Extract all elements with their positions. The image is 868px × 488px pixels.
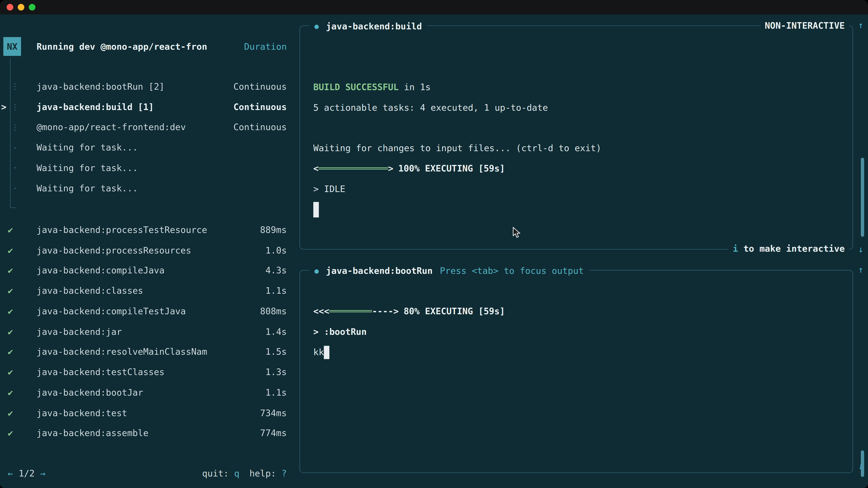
task-row-waiting[interactable]: · Waiting for task...	[0, 137, 287, 158]
task-label: java-backend:jar	[37, 326, 266, 337]
scrollbar-thumb[interactable]	[861, 158, 864, 237]
task-label: java-backend:assemble	[37, 428, 260, 438]
duration-column-header: Duration	[244, 41, 287, 52]
checkmark-icon: ✔	[0, 408, 37, 418]
task-row-completed[interactable]: ✔ java-backend:jar 1.4s	[0, 321, 287, 341]
task-duration: 734ms	[260, 408, 287, 418]
quit-hint: quit: q	[202, 468, 239, 479]
task-row-waiting[interactable]: · Waiting for task...	[0, 178, 287, 198]
checkmark-icon: ✔	[0, 225, 37, 235]
waiting-bullet-icon: ·	[11, 143, 19, 152]
progress-dashes: ----	[372, 306, 393, 317]
task-duration: 1.1s	[266, 387, 287, 398]
checkmark-icon: ✔	[0, 347, 37, 357]
task-status: Continuous	[234, 81, 287, 92]
help-label: help:	[249, 468, 281, 479]
progress-close: >	[388, 163, 393, 174]
task-label: Waiting for task...	[37, 163, 287, 173]
scrollbar-thumb[interactable]	[861, 450, 864, 477]
progress-close: >	[393, 306, 399, 317]
progress-label: 80% EXECUTING [59s]	[404, 306, 505, 317]
task-row-completed[interactable]: ✔ java-backend:assemble 774ms	[0, 423, 287, 443]
block-cursor	[324, 346, 329, 359]
scroll-down-arrow-icon[interactable]: ↓	[855, 243, 866, 256]
nx-tui: NX Running dev @mono-app/react-fron Dura…	[0, 14, 868, 488]
scroll-up-arrow-icon[interactable]: ↑	[855, 263, 866, 277]
task-row-completed[interactable]: ✔ java-backend:compileJava 4.3s	[0, 260, 287, 281]
task-row-completed[interactable]: ✔ java-backend:test 734ms	[0, 402, 287, 423]
running-indicator-icon: ⋮	[11, 102, 19, 111]
task-row-completed[interactable]: ✔ java-backend:testClasses 1.3s	[0, 362, 287, 382]
terminal-line: BUILD SUCCESSFUL in 1s	[313, 77, 852, 98]
build-output-pane[interactable]: ● java-backend:build NON-INTERACTIVE BUI…	[300, 26, 853, 250]
task-label: java-backend:processTestResource	[37, 225, 260, 235]
task-label: java-backend:compileTestJava	[37, 306, 260, 317]
build-pane-title: ● java-backend:build	[309, 19, 428, 33]
task-row-running[interactable]: > ⋮ java-backend:build [1] Continuous	[0, 97, 287, 117]
task-label: java-backend:bootRun [2]	[37, 81, 234, 92]
terminal-input-line: kk	[313, 342, 852, 363]
running-indicator-icon: ⋮	[11, 123, 19, 131]
bootrun-pane-name: java-backend:bootRun	[326, 265, 433, 276]
build-success-text: BUILD SUCCESSFUL	[313, 82, 399, 92]
task-row-completed[interactable]: ✔ java-backend:compileTestJava 808ms	[0, 301, 287, 321]
mouse-cursor-icon	[513, 227, 520, 238]
checkmark-icon: ✔	[0, 286, 37, 296]
progress-fill: ═════════════	[319, 163, 388, 174]
task-row-completed[interactable]: ✔ java-backend:processTestResource 889ms	[0, 220, 287, 240]
output-area: ● java-backend:build NON-INTERACTIVE BUI…	[299, 14, 868, 488]
build-pane-name: java-backend:build	[326, 21, 422, 31]
task-label: java-backend:bootJar	[37, 387, 266, 398]
task-row-waiting[interactable]: · Waiting for task...	[0, 158, 287, 178]
pagination: ← 1/2 →	[8, 468, 45, 479]
interactive-hint: i to make interactive	[728, 242, 849, 256]
bootrun-output-pane[interactable]: ● java-backend:bootRun Press <tab> to fo…	[300, 270, 853, 473]
prev-page-arrow-icon[interactable]: ←	[8, 468, 13, 479]
task-label: Waiting for task...	[37, 183, 287, 194]
next-page-arrow-icon[interactable]: →	[40, 468, 46, 479]
selection-arrow-icon: >	[0, 102, 11, 112]
status-dot-icon: ●	[314, 266, 319, 275]
running-task-list: > ⋮ java-backend:bootRun [2] Continuous …	[0, 76, 287, 198]
task-duration: 1.5s	[266, 347, 287, 357]
task-label: java-backend:processResources	[37, 245, 266, 256]
sidebar-footer: ← 1/2 → quit: q help: ?	[8, 463, 287, 483]
waiting-bullet-icon: ·	[11, 184, 19, 193]
checkmark-icon: ✔	[0, 428, 37, 438]
zoom-button[interactable]	[29, 4, 35, 10]
progress-fill: ════════	[329, 306, 372, 317]
task-label: java-backend:build [1]	[37, 102, 234, 112]
task-row-running[interactable]: > ⋮ @mono-app/react-frontend:dev Continu…	[0, 117, 287, 137]
build-pane-body: BUILD SUCCESSFUL in 1s 5 actionable task…	[300, 26, 852, 220]
minimize-button[interactable]	[18, 4, 24, 10]
task-label: java-backend:test	[37, 408, 260, 418]
checkmark-icon: ✔	[0, 387, 37, 398]
task-row-completed[interactable]: ✔ java-backend:processResources 1.0s	[0, 240, 287, 260]
task-row-running[interactable]: > ⋮ java-backend:bootRun [2] Continuous	[0, 76, 287, 97]
task-label: java-backend:resolveMainClassNam	[37, 347, 266, 357]
close-button[interactable]	[6, 4, 13, 10]
task-duration: 4.3s	[266, 265, 287, 276]
task-label: Waiting for task...	[37, 142, 287, 153]
help-key: ?	[281, 468, 287, 479]
scroll-up-arrow-icon[interactable]: ↑	[855, 19, 866, 32]
progress-open: <	[313, 163, 319, 174]
task-label: @mono-app/react-frontend:dev	[37, 122, 234, 133]
sidebar-header: NX Running dev @mono-app/react-fron Dura…	[3, 37, 287, 57]
terminal-line: 5 actionable tasks: 4 executed, 1 up-to-…	[313, 98, 852, 118]
task-row-completed[interactable]: ✔ java-backend:bootJar 1.1s	[0, 382, 287, 402]
waiting-bullet-icon: ·	[11, 163, 19, 172]
task-row-completed[interactable]: ✔ java-backend:resolveMainClassNam 1.5s	[0, 341, 287, 362]
terminal-line: > IDLE	[313, 179, 852, 199]
checkmark-icon: ✔	[0, 367, 37, 378]
help-hint: help: ?	[249, 468, 287, 479]
task-row-completed[interactable]: ✔ java-backend:classes 1.1s	[0, 281, 287, 301]
terminal-line-blank	[313, 118, 852, 138]
terminal-line: Waiting for changes to input files... (c…	[313, 138, 852, 159]
terminal-line: > :bootRun	[313, 322, 852, 342]
task-label: java-backend:classes	[37, 286, 266, 296]
task-label: java-backend:testClasses	[37, 367, 266, 378]
build-success-rest: in 1s	[399, 82, 431, 92]
task-duration: 889ms	[260, 225, 287, 235]
interactive-hint-rest: to make interactive	[738, 243, 845, 254]
